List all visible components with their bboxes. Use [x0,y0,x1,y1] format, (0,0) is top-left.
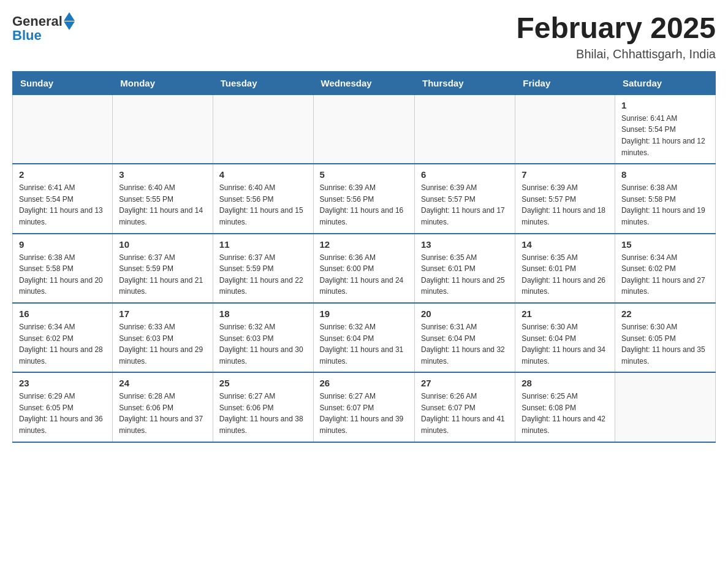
day-number: 15 [621,239,709,250]
day-number: 19 [320,308,408,319]
header-thursday: Thursday [414,71,515,94]
day-number: 18 [219,308,307,319]
table-row: 27Sunrise: 6:26 AM Sunset: 6:07 PM Dayli… [414,372,515,442]
day-number: 17 [119,308,207,319]
day-number: 3 [119,169,207,180]
day-number: 12 [320,239,408,250]
table-row: 26Sunrise: 6:27 AM Sunset: 6:07 PM Dayli… [313,372,414,442]
day-info: Sunrise: 6:30 AM Sunset: 6:05 PM Dayligh… [621,321,709,367]
table-row: 11Sunrise: 6:37 AM Sunset: 5:59 PM Dayli… [213,234,313,303]
day-info: Sunrise: 6:38 AM Sunset: 5:58 PM Dayligh… [19,252,106,297]
day-number: 28 [521,378,609,388]
day-info: Sunrise: 6:27 AM Sunset: 6:06 PM Dayligh… [219,391,307,436]
day-info: Sunrise: 6:41 AM Sunset: 5:54 PM Dayligh… [621,113,709,158]
table-row: 17Sunrise: 6:33 AM Sunset: 6:03 PM Dayli… [113,303,213,372]
logo-blue: Blue [12,28,42,44]
calendar-week-row: 23Sunrise: 6:29 AM Sunset: 6:05 PM Dayli… [13,372,716,442]
day-number: 11 [219,239,307,250]
header-monday: Monday [113,71,213,94]
table-row: 7Sunrise: 6:39 AM Sunset: 5:57 PM Daylig… [515,164,615,233]
day-info: Sunrise: 6:27 AM Sunset: 6:07 PM Dayligh… [320,391,408,436]
day-info: Sunrise: 6:25 AM Sunset: 6:08 PM Dayligh… [521,391,609,436]
day-number: 10 [119,239,207,250]
day-info: Sunrise: 6:40 AM Sunset: 5:56 PM Dayligh… [219,182,307,228]
month-title: February 2025 [516,12,716,45]
table-row: 12Sunrise: 6:36 AM Sunset: 6:00 PM Dayli… [313,234,414,303]
table-row [414,94,515,164]
day-info: Sunrise: 6:38 AM Sunset: 5:58 PM Dayligh… [621,182,709,228]
day-info: Sunrise: 6:41 AM Sunset: 5:54 PM Dayligh… [19,182,106,228]
day-number: 23 [19,378,106,388]
day-info: Sunrise: 6:39 AM Sunset: 5:56 PM Dayligh… [320,182,408,228]
table-row: 6Sunrise: 6:39 AM Sunset: 5:57 PM Daylig… [414,164,515,233]
table-row: 20Sunrise: 6:31 AM Sunset: 6:04 PM Dayli… [414,303,515,372]
calendar-week-row: 16Sunrise: 6:34 AM Sunset: 6:02 PM Dayli… [13,303,716,372]
day-number: 22 [621,308,709,319]
day-info: Sunrise: 6:31 AM Sunset: 6:04 PM Dayligh… [421,321,509,367]
day-info: Sunrise: 6:32 AM Sunset: 6:03 PM Dayligh… [219,321,307,367]
logo: General Blue [12,12,75,44]
header-friday: Friday [515,71,615,94]
day-number: 2 [19,169,106,180]
day-info: Sunrise: 6:36 AM Sunset: 6:00 PM Dayligh… [320,252,408,297]
day-info: Sunrise: 6:34 AM Sunset: 6:02 PM Dayligh… [19,321,106,367]
title-block: February 2025 Bhilai, Chhattisgarh, Indi… [516,12,716,61]
day-info: Sunrise: 6:37 AM Sunset: 5:59 PM Dayligh… [119,252,207,297]
table-row: 18Sunrise: 6:32 AM Sunset: 6:03 PM Dayli… [213,303,313,372]
table-row [113,94,213,164]
day-number: 21 [521,308,609,319]
table-row [515,94,615,164]
table-row: 19Sunrise: 6:32 AM Sunset: 6:04 PM Dayli… [313,303,414,372]
calendar-week-row: 2Sunrise: 6:41 AM Sunset: 5:54 PM Daylig… [13,164,716,233]
calendar-header-row: Sunday Monday Tuesday Wednesday Thursday… [13,71,716,94]
day-number: 25 [219,378,307,388]
table-row [13,94,113,164]
table-row: 5Sunrise: 6:39 AM Sunset: 5:56 PM Daylig… [313,164,414,233]
day-number: 14 [521,239,609,250]
header-tuesday: Tuesday [213,71,313,94]
day-info: Sunrise: 6:30 AM Sunset: 6:04 PM Dayligh… [521,321,609,367]
day-info: Sunrise: 6:34 AM Sunset: 6:02 PM Dayligh… [621,252,709,297]
day-info: Sunrise: 6:33 AM Sunset: 6:03 PM Dayligh… [119,321,207,367]
day-number: 24 [119,378,207,388]
header-wednesday: Wednesday [313,71,414,94]
table-row: 2Sunrise: 6:41 AM Sunset: 5:54 PM Daylig… [13,164,113,233]
day-info: Sunrise: 6:32 AM Sunset: 6:04 PM Dayligh… [320,321,408,367]
table-row [313,94,414,164]
table-row: 9Sunrise: 6:38 AM Sunset: 5:58 PM Daylig… [13,234,113,303]
table-row [615,372,715,442]
table-row: 3Sunrise: 6:40 AM Sunset: 5:55 PM Daylig… [113,164,213,233]
day-number: 4 [219,169,307,180]
day-info: Sunrise: 6:39 AM Sunset: 5:57 PM Dayligh… [421,182,509,228]
calendar-week-row: 9Sunrise: 6:38 AM Sunset: 5:58 PM Daylig… [13,234,716,303]
day-info: Sunrise: 6:40 AM Sunset: 5:55 PM Dayligh… [119,182,207,228]
table-row: 23Sunrise: 6:29 AM Sunset: 6:05 PM Dayli… [13,372,113,442]
table-row: 25Sunrise: 6:27 AM Sunset: 6:06 PM Dayli… [213,372,313,442]
table-row: 8Sunrise: 6:38 AM Sunset: 5:58 PM Daylig… [615,164,715,233]
day-number: 7 [521,169,609,180]
table-row: 22Sunrise: 6:30 AM Sunset: 6:05 PM Dayli… [615,303,715,372]
table-row: 1Sunrise: 6:41 AM Sunset: 5:54 PM Daylig… [615,94,715,164]
header-saturday: Saturday [615,71,715,94]
day-info: Sunrise: 6:39 AM Sunset: 5:57 PM Dayligh… [521,182,609,228]
header-sunday: Sunday [13,71,113,94]
day-number: 8 [621,169,709,180]
day-info: Sunrise: 6:35 AM Sunset: 6:01 PM Dayligh… [521,252,609,297]
location-subtitle: Bhilai, Chhattisgarh, India [516,47,716,61]
day-number: 26 [320,378,408,388]
day-info: Sunrise: 6:29 AM Sunset: 6:05 PM Dayligh… [19,391,106,436]
calendar-table: Sunday Monday Tuesday Wednesday Thursday… [12,71,716,443]
day-info: Sunrise: 6:26 AM Sunset: 6:07 PM Dayligh… [421,391,509,436]
table-row [213,94,313,164]
logo-general: General [12,13,63,29]
day-number: 13 [421,239,509,250]
day-info: Sunrise: 6:28 AM Sunset: 6:06 PM Dayligh… [119,391,207,436]
day-info: Sunrise: 6:37 AM Sunset: 5:59 PM Dayligh… [219,252,307,297]
calendar-week-row: 1Sunrise: 6:41 AM Sunset: 5:54 PM Daylig… [13,94,716,164]
day-info: Sunrise: 6:35 AM Sunset: 6:01 PM Dayligh… [421,252,509,297]
table-row: 4Sunrise: 6:40 AM Sunset: 5:56 PM Daylig… [213,164,313,233]
day-number: 16 [19,308,106,319]
table-row: 16Sunrise: 6:34 AM Sunset: 6:02 PM Dayli… [13,303,113,372]
day-number: 5 [320,169,408,180]
table-row: 13Sunrise: 6:35 AM Sunset: 6:01 PM Dayli… [414,234,515,303]
